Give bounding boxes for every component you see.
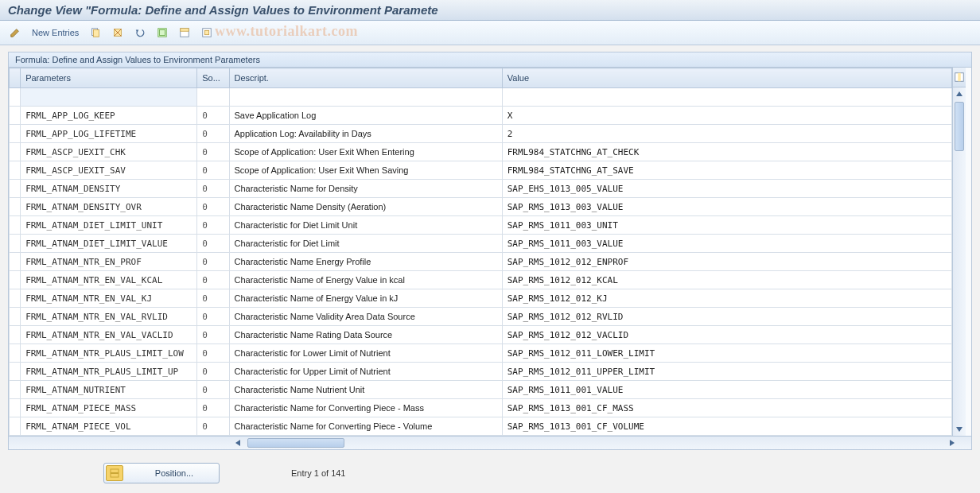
cell-parameter[interactable]: FRML_ASCP_UEXIT_CHK <box>21 143 197 161</box>
table-row[interactable]: FRML_ATNAM_NTR_EN_VAL_RVLID0Characterist… <box>10 308 952 326</box>
cell-sort[interactable]: 0 <box>197 125 229 143</box>
cell-description[interactable]: Characteristic Name for Density <box>229 180 502 198</box>
cell-description[interactable]: Characteristic Name Nutrient Unit <box>229 381 502 399</box>
scroll-left-icon[interactable] <box>231 437 244 449</box>
delete-icon[interactable] <box>109 24 126 41</box>
cell-parameter[interactable]: FRML_ATNAM_NTR_EN_PROF <box>21 253 197 271</box>
cell-value[interactable]: SAP_RMS_1012_012_ENPROF <box>502 253 951 271</box>
table-row[interactable]: FRML_APP_LOG_LIFETIME0Application Log: A… <box>10 125 952 143</box>
cell-sort[interactable]: 0 <box>197 289 229 308</box>
cell-value[interactable]: SAP_EHS_1013_005_VALUE <box>502 180 951 198</box>
row-selector[interactable] <box>10 289 21 308</box>
cell-sort[interactable]: 0 <box>197 344 229 363</box>
cell-description[interactable]: Scope of Application: User Exit When Ent… <box>229 143 502 161</box>
cell-description[interactable]: Characteristic for Diet Limit Unit <box>229 216 502 235</box>
cell-sort[interactable]: 0 <box>197 399 229 417</box>
cell-parameter[interactable]: FRML_ATNAM_PIECE_MASS <box>21 399 197 417</box>
deselect-all-icon[interactable] <box>198 24 216 41</box>
row-selector[interactable] <box>10 88 21 107</box>
scroll-down-icon[interactable] <box>953 423 966 436</box>
cell-parameter[interactable]: FRML_ATNAM_DIET_LIMIT_UNIT <box>21 216 197 235</box>
cell-description[interactable]: Characteristic Name Validity Area Data S… <box>229 308 502 326</box>
cell-value[interactable]: SAP_RMS_1013_003_VALUE <box>502 198 951 216</box>
col-sort[interactable]: So... <box>197 68 229 88</box>
cell-sort[interactable]: 0 <box>197 143 229 161</box>
table-row[interactable]: FRML_ATNAM_DENSITY0Characteristic Name f… <box>10 180 952 198</box>
cell-sort[interactable]: 0 <box>197 326 229 344</box>
cell-value[interactable] <box>502 88 951 107</box>
row-selector[interactable] <box>10 161 21 180</box>
vertical-scrollbar[interactable] <box>952 68 966 436</box>
cell-value[interactable]: SAP_RMS_1012_012_KCAL <box>502 271 951 289</box>
row-selector[interactable] <box>10 253 21 271</box>
cell-value[interactable]: SAP_RMS_1011_003_UNIT <box>502 216 951 235</box>
row-selector[interactable] <box>10 308 21 326</box>
cell-description[interactable]: Characteristic Name Energy Profile <box>229 253 502 271</box>
cell-sort[interactable]: 0 <box>197 417 229 436</box>
cell-value[interactable]: SAP_RMS_1012_011_UPPER_LIMIT <box>502 363 951 381</box>
cell-value[interactable]: FRML984_STATCHNG_AT_SAVE <box>502 161 951 180</box>
cell-description[interactable]: Characteristic Name Rating Data Source <box>229 326 502 344</box>
cell-description[interactable]: Characteristic Name for Converting Piece… <box>229 399 502 417</box>
cell-parameter[interactable]: FRML_ATNAM_NTR_EN_VAL_KJ <box>21 289 197 308</box>
row-selector[interactable] <box>10 363 21 381</box>
table-row[interactable]: FRML_ATNAM_PIECE_MASS0Characteristic Nam… <box>10 399 952 417</box>
cell-parameter[interactable]: FRML_APP_LOG_KEEP <box>21 107 197 125</box>
row-selector[interactable] <box>10 381 21 399</box>
row-selector[interactable] <box>10 107 21 125</box>
cell-sort[interactable]: 0 <box>197 198 229 216</box>
cell-value[interactable]: SAP_RMS_1011_003_VALUE <box>502 235 951 253</box>
table-row[interactable]: FRML_ATNAM_DIET_LIMIT_UNIT0Characteristi… <box>10 216 952 235</box>
cell-value[interactable]: SAP_RMS_1013_001_CF_MASS <box>502 399 951 417</box>
row-selector[interactable] <box>10 344 21 363</box>
cell-sort[interactable]: 0 <box>197 235 229 253</box>
cell-description[interactable]: Characteristic Name Density (Aeration) <box>229 198 502 216</box>
cell-value[interactable]: SAP_RMS_1012_012_RVLID <box>502 308 951 326</box>
cell-description[interactable]: Application Log: Availability in Days <box>229 125 502 143</box>
col-descript[interactable]: Descript. <box>229 68 502 88</box>
row-selector[interactable] <box>10 216 21 235</box>
table-corner-icon[interactable] <box>953 68 966 87</box>
cell-description[interactable]: Characteristic Name of Energy Value in k… <box>229 271 502 289</box>
cell-sort[interactable]: 0 <box>197 180 229 198</box>
cell-sort[interactable]: 0 <box>197 381 229 399</box>
row-selector[interactable] <box>10 198 21 216</box>
row-selector[interactable] <box>10 235 21 253</box>
cell-description[interactable]: Characteristic for Diet Limit <box>229 235 502 253</box>
cell-sort[interactable]: 0 <box>197 161 229 180</box>
table-row[interactable] <box>10 88 952 107</box>
cell-sort[interactable]: 0 <box>197 271 229 289</box>
row-selector[interactable] <box>10 399 21 417</box>
row-selector[interactable] <box>10 417 21 436</box>
table-row[interactable]: FRML_ASCP_UEXIT_CHK0Scope of Application… <box>10 143 952 161</box>
table-row[interactable]: FRML_ATNAM_NTR_EN_VAL_VACLID0Characteris… <box>10 326 952 344</box>
cell-value[interactable]: SAP_RMS_1012_012_VACLID <box>502 326 951 344</box>
scroll-up-icon[interactable] <box>953 87 966 100</box>
table-row[interactable]: FRML_APP_LOG_KEEP0Save Application LogX <box>10 107 952 125</box>
cell-parameter[interactable]: FRML_ATNAM_NUTRIENT <box>21 381 197 399</box>
col-parameters[interactable]: Parameters <box>21 68 197 88</box>
table-row[interactable]: FRML_ATNAM_DENSITY_OVR0Characteristic Na… <box>10 198 952 216</box>
table-row[interactable]: FRML_ATNAM_DIET_LIMIT_VALUE0Characterist… <box>10 235 952 253</box>
cell-parameter[interactable]: FRML_ATNAM_DENSITY <box>21 180 197 198</box>
cell-sort[interactable]: 0 <box>197 107 229 125</box>
cell-parameter[interactable]: FRML_ATNAM_NTR_EN_VAL_VACLID <box>21 326 197 344</box>
row-selector[interactable] <box>10 125 21 143</box>
cell-description[interactable]: Characteristic for Lower Limit of Nutrie… <box>229 344 502 363</box>
new-entries-button[interactable]: New Entries <box>29 25 82 41</box>
scroll-right-icon[interactable] <box>946 437 959 449</box>
cell-description[interactable]: Save Application Log <box>229 107 502 125</box>
cell-description[interactable]: Characteristic for Upper Limit of Nutrie… <box>229 363 502 381</box>
cell-value[interactable]: SAP_RMS_1012_011_LOWER_LIMIT <box>502 344 951 363</box>
cell-parameter[interactable]: FRML_ASCP_UEXIT_SAV <box>21 161 197 180</box>
cell-sort[interactable]: 0 <box>197 363 229 381</box>
select-all-icon[interactable] <box>154 24 171 41</box>
table-row[interactable]: FRML_ATNAM_NTR_EN_VAL_KJ0Characteristic … <box>10 289 952 308</box>
table-row[interactable]: FRML_ATNAM_NTR_EN_VAL_KCAL0Characteristi… <box>10 271 952 289</box>
cell-sort[interactable]: 0 <box>197 253 229 271</box>
scroll-thumb-vertical[interactable] <box>955 102 964 151</box>
copy-icon[interactable] <box>87 24 104 41</box>
cell-parameter[interactable]: FRML_ATNAM_PIECE_VOL <box>21 417 197 436</box>
toggle-edit-icon[interactable] <box>6 24 24 41</box>
col-value[interactable]: Value <box>502 68 951 88</box>
